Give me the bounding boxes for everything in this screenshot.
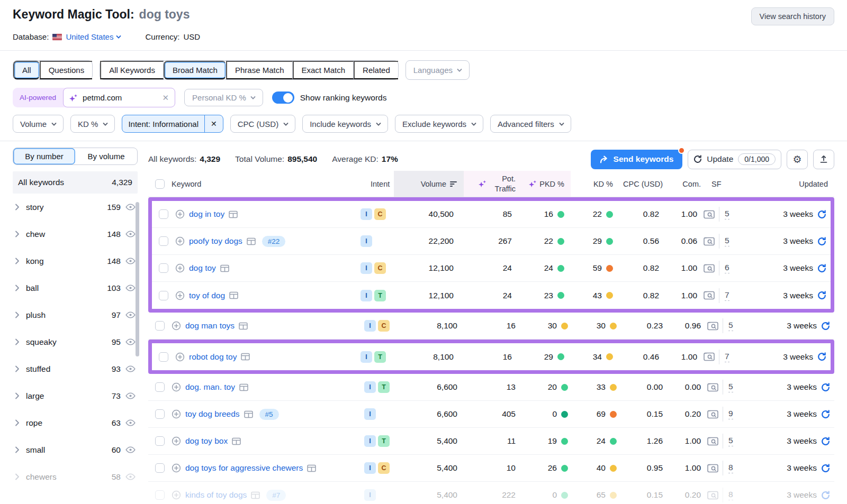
add-keyword-icon[interactable] [175,209,185,219]
sidebar-group-chew[interactable]: chew 148 [13,221,138,248]
serp-preview-icon[interactable] [251,491,260,499]
add-keyword-icon[interactable] [172,321,181,331]
serp-preview-icon[interactable] [247,237,256,245]
row-checkbox[interactable] [159,263,168,273]
keyword-link[interactable]: dog toy [189,263,216,273]
row-checkbox[interactable] [159,352,168,362]
select-all-checkbox[interactable] [155,179,165,189]
add-keyword-icon[interactable] [172,436,181,446]
eye-icon[interactable] [125,258,136,264]
tab-related[interactable]: Related [354,61,398,79]
keyword-link[interactable]: poofy toy dogs [189,236,242,246]
serp-features-icon[interactable] [707,464,718,473]
add-keyword-icon[interactable] [175,263,185,273]
eye-icon[interactable] [125,365,136,372]
row-checkbox[interactable] [155,382,165,392]
refresh-icon[interactable] [817,352,826,361]
add-keyword-icon[interactable] [175,291,185,300]
tab-broad-match[interactable]: Broad Match [164,61,226,79]
col-cpc[interactable]: CPC (USD) [619,171,669,197]
sidebar-group-chewers[interactable]: chewers 58 [13,463,138,490]
sidebar-group-stuffed[interactable]: stuffed 93 [13,355,138,382]
database-selector[interactable]: United States [66,32,121,41]
serp-preview-icon[interactable] [307,464,316,472]
add-keyword-icon[interactable] [172,409,181,419]
add-keyword-icon[interactable] [172,463,181,473]
sf-value[interactable]: 5 [725,209,729,219]
refresh-icon[interactable] [817,237,826,246]
serp-features-icon[interactable] [704,264,715,273]
refresh-icon[interactable] [821,437,830,446]
export-button[interactable] [813,150,834,169]
serp-preview-icon[interactable] [239,383,248,391]
tab-all-keywords[interactable]: All Keywords [100,61,164,79]
keyword-link[interactable]: toy dog breeds [185,409,240,419]
col-sf[interactable]: SF [707,171,754,197]
filter-exclude-keywords[interactable]: Exclude keywords [395,115,483,133]
sf-value[interactable]: 8 [728,463,733,473]
col-pkd[interactable]: PKD % [522,171,571,197]
serp-preview-icon[interactable] [220,264,229,272]
languages-dropdown[interactable]: Languages [406,60,470,80]
sf-value[interactable]: 8 [728,490,733,500]
keyword-link[interactable]: kinds of toy dogs [185,490,247,500]
add-keyword-icon[interactable] [172,490,181,500]
refresh-icon[interactable] [817,291,826,300]
clear-input-icon[interactable]: ✕ [162,93,169,103]
sidebar-group-story[interactable]: story 159 [13,194,138,221]
refresh-icon[interactable] [817,210,826,219]
row-checkbox[interactable] [159,236,168,246]
filter-volume[interactable]: Volume [13,115,64,133]
col-kd[interactable]: KD % [571,171,619,197]
serp-preview-icon[interactable] [239,322,248,330]
sidebar-tab-by-volume[interactable]: By volume [75,148,137,164]
row-checkbox[interactable] [155,463,165,473]
sf-value[interactable]: 7 [725,290,729,301]
refresh-icon[interactable] [821,491,830,500]
refresh-icon[interactable] [821,464,830,473]
sidebar-group-squeaky[interactable]: squeaky 95 [13,328,138,355]
refresh-icon[interactable] [821,383,830,392]
serp-features-icon[interactable] [704,291,715,300]
sf-value[interactable]: 7 [725,352,729,362]
serp-features-icon[interactable] [707,322,718,331]
row-checkbox[interactable] [159,209,168,219]
filter-kd[interactable]: KD % [70,115,115,133]
row-checkbox[interactable] [155,409,165,419]
row-checkbox[interactable] [155,490,165,500]
domain-input[interactable] [83,93,145,102]
filter-include-keywords[interactable]: Include keywords [302,115,388,133]
sidebar-tab-by-number[interactable]: By number [13,148,75,164]
eye-icon[interactable] [125,446,136,453]
row-checkbox[interactable] [155,436,165,446]
sf-value[interactable]: 5 [728,436,733,446]
eye-icon[interactable] [125,231,136,237]
sf-value[interactable]: 6 [725,263,729,273]
tab-exact-match[interactable]: Exact Match [293,61,354,79]
settings-button[interactable]: ⚙ [787,150,808,169]
row-checkbox[interactable] [155,321,165,331]
sidebar-scrollbar[interactable] [136,202,139,356]
serp-features-icon[interactable] [707,491,718,500]
remove-filter-icon[interactable]: ✕ [204,115,223,132]
sidebar-group-large[interactable]: large 73 [13,382,138,409]
eye-icon[interactable] [125,473,136,480]
tab-questions[interactable]: Questions [40,61,93,79]
send-keywords-button[interactable]: Send keywords [591,150,683,169]
sidebar-group-ball[interactable]: ball 103 [13,274,138,301]
serp-preview-icon[interactable] [229,210,238,218]
add-keyword-icon[interactable] [172,382,181,392]
keyword-link[interactable]: toy of dog [189,291,225,300]
refresh-icon[interactable] [821,410,830,419]
ranking-keywords-toggle[interactable] [272,91,294,104]
sf-value[interactable]: 5 [725,236,729,246]
row-checkbox[interactable] [159,291,168,300]
keyword-link[interactable]: dog. man. toy [185,382,235,392]
keyword-link[interactable]: dog man toys [185,321,235,331]
serp-features-icon[interactable] [707,410,718,419]
sf-value[interactable]: 9 [728,409,733,419]
eye-icon[interactable] [125,392,136,399]
filter-cpc-usd[interactable]: CPC (USD) [230,115,296,133]
eye-icon[interactable] [125,204,136,210]
keyword-link[interactable]: dog toy box [185,436,228,446]
